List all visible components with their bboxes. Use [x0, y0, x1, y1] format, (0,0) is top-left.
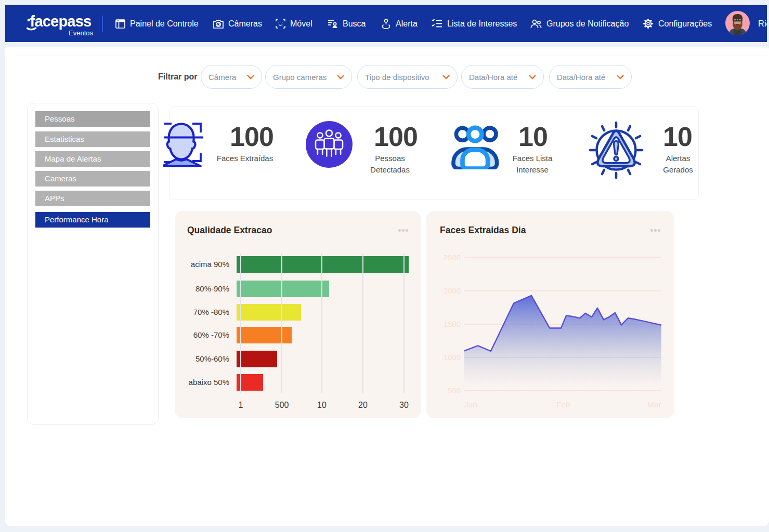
- svg-text:facepass: facepass: [30, 13, 92, 30]
- svg-text:Eventos: Eventos: [69, 29, 93, 37]
